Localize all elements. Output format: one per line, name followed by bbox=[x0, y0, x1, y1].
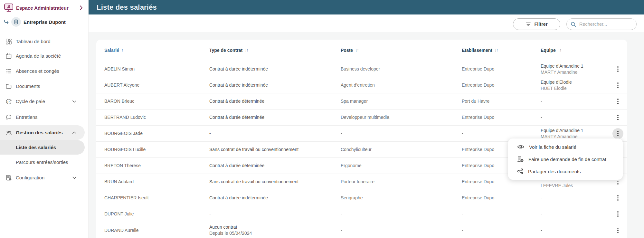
column-header-equipe[interactable]: Equipe↓↑ bbox=[541, 48, 612, 53]
table-row[interactable]: CHARPENTIER Iseult Contrat à durée indét… bbox=[96, 190, 627, 206]
cell-etablissement: Entreprise Dupo bbox=[462, 66, 541, 72]
page-header: Liste des salariés bbox=[89, 0, 644, 14]
cell-type-de-contrat: Sans contrat de travail ou conventionnem… bbox=[209, 147, 341, 153]
cell-type-de-contrat: Contrat à durée indéterminée bbox=[209, 66, 341, 72]
cell-poste: Porteur funeraire bbox=[341, 179, 462, 185]
row-actions-kebab-icon[interactable] bbox=[612, 225, 623, 236]
sidebar-item-agenda[interactable]: Agenda de la société bbox=[0, 49, 85, 63]
cell-salarie: CHARPENTIER Iseult bbox=[104, 195, 209, 201]
cell-etablissement: Entreprise Dupo bbox=[462, 82, 541, 88]
sort-icon: ↓↑ bbox=[245, 48, 248, 52]
table-row[interactable]: AUBERT Alcyone Contrat à durée indétermi… bbox=[96, 77, 627, 93]
chevron-up-icon[interactable] bbox=[72, 131, 76, 134]
sort-icon: ↓↑ bbox=[355, 48, 358, 52]
cell-equipe: - bbox=[541, 227, 612, 233]
column-header-poste[interactable]: Poste↓↑ bbox=[341, 48, 462, 53]
filter-icon bbox=[526, 22, 531, 26]
cell-salarie: AUBERT Alcyone bbox=[104, 82, 209, 88]
table-row[interactable]: ADELIN Simon Contrat à durée indéterminé… bbox=[96, 61, 627, 77]
row-context-menu: Voir la fiche du salarié Faire une deman… bbox=[508, 138, 623, 180]
cell-type-de-contrat: - bbox=[209, 130, 341, 137]
cell-poste: - bbox=[341, 211, 462, 217]
page-title: Liste des salariés bbox=[97, 3, 157, 12]
cell-salarie: ADELIN Simon bbox=[104, 66, 209, 72]
table-header-row: Salarié↑ Type de contrat↓↑ Poste↓↑ Etabl… bbox=[96, 40, 627, 61]
cell-etablissement: - bbox=[462, 227, 541, 233]
eye-icon bbox=[517, 144, 524, 149]
cell-salarie: BERTRAND Ludovic bbox=[104, 114, 209, 120]
cell-salarie: BRETON Therese bbox=[104, 163, 209, 169]
menu-item-voir-la-fiche[interactable]: Voir la fiche du salarié bbox=[508, 141, 623, 153]
sidebar: Espace Administrateur Entreprise Dupont bbox=[0, 0, 89, 238]
search-input[interactable] bbox=[579, 21, 632, 27]
row-actions-kebab-icon[interactable] bbox=[612, 80, 623, 91]
cell-salarie: BARON Brieuc bbox=[104, 98, 209, 104]
dashboard-icon bbox=[5, 38, 12, 45]
sidebar-item-documents[interactable]: Documents bbox=[0, 79, 85, 93]
cell-etablissement: Port du Havre bbox=[462, 98, 541, 104]
cell-etablissement: - bbox=[462, 211, 541, 217]
cell-poste: Serigraphe bbox=[341, 195, 462, 201]
row-actions-kebab-icon[interactable] bbox=[612, 96, 623, 107]
row-actions-kebab-icon[interactable] bbox=[612, 128, 623, 139]
filter-button-label: Filtrer bbox=[534, 22, 547, 27]
row-actions-kebab-icon[interactable] bbox=[612, 193, 623, 204]
row-actions-kebab-icon[interactable] bbox=[612, 64, 623, 75]
sidebar-item-entretiens[interactable]: Entretiens bbox=[0, 110, 85, 124]
toolbar bbox=[89, 14, 644, 32]
cell-poste: Business developer bbox=[341, 66, 462, 72]
menu-item-partager-documents[interactable]: Partager des documents bbox=[508, 165, 623, 177]
cell-salarie: BOURGEOIS Lucille bbox=[104, 147, 209, 153]
workspace-switcher[interactable]: Espace Administrateur bbox=[0, 1, 89, 14]
workspace-label: Espace Administrateur bbox=[16, 5, 69, 11]
cell-etablissement: Entreprise Dupo bbox=[462, 195, 541, 201]
settings-document-icon bbox=[5, 175, 12, 181]
chevron-down-icon[interactable] bbox=[72, 176, 76, 179]
sidebar-item-cycle-de-paie[interactable]: P Cycle de paie bbox=[0, 94, 85, 109]
cell-equipe: - bbox=[541, 211, 612, 217]
cell-poste: Ergonome bbox=[341, 163, 462, 169]
cell-etablissement: Entreprise Dupo bbox=[462, 114, 541, 120]
search-box bbox=[566, 18, 637, 30]
sidebar-item-liste-des-salaries[interactable]: Liste des salariés bbox=[0, 140, 85, 155]
sidebar-item-absences[interactable]: Absences et congés bbox=[0, 64, 85, 78]
row-actions-kebab-icon[interactable] bbox=[612, 209, 623, 220]
column-header-type-de-contrat[interactable]: Type de contrat↓↑ bbox=[209, 48, 341, 53]
cell-poste: Conchyliculteur bbox=[341, 147, 462, 153]
sidebar-item-tableau-de-bord[interactable]: Tableau de bord bbox=[0, 34, 85, 49]
cell-salarie: BOURGEOIS Jade bbox=[104, 130, 209, 137]
sidebar-item-parcours-entrees-sorties[interactable]: Parcours entrées/sorties bbox=[0, 155, 85, 169]
cell-salarie: DURAND Aurelle bbox=[104, 227, 209, 233]
table-row[interactable]: DUPONT Julie - - - - bbox=[96, 206, 627, 222]
cell-equipe: - bbox=[541, 195, 612, 201]
table-row[interactable]: BERTRAND Ludovic Contrat à durée détermi… bbox=[96, 109, 627, 126]
cell-equipe: Equipe d'ElodieHUET Elodie bbox=[541, 79, 612, 91]
row-actions-kebab-icon[interactable] bbox=[612, 112, 623, 123]
end-contract-icon bbox=[517, 156, 524, 162]
chevron-down-icon[interactable] bbox=[72, 100, 76, 103]
cell-poste: Agent d’entretien bbox=[341, 82, 462, 88]
cell-etablissement: - bbox=[462, 130, 541, 137]
cell-poste: Spa manager bbox=[341, 98, 462, 104]
cell-type-de-contrat: - bbox=[209, 211, 341, 217]
cell-salarie: BRUN Adalard bbox=[104, 179, 209, 185]
cell-equipe: - bbox=[541, 98, 612, 104]
cell-type-de-contrat: Contrat à durée déterminée bbox=[209, 98, 341, 104]
company-selector[interactable]: Entreprise Dupont bbox=[0, 16, 89, 28]
filter-button[interactable]: Filtrer bbox=[513, 18, 560, 30]
table-row[interactable]: BARON Brieuc Contrat à durée déterminée … bbox=[96, 93, 627, 109]
table-row[interactable]: DURAND Aurelle Aucun contratDepuis le 05… bbox=[96, 222, 627, 238]
menu-item-fin-de-contrat[interactable]: Faire une demande de fin de contrat bbox=[508, 153, 623, 165]
sidebar-item-gestion-des-salaries[interactable]: Gestion des salariés bbox=[0, 125, 85, 140]
list-icon bbox=[5, 68, 12, 74]
chat-bubble-icon bbox=[5, 114, 12, 120]
sidebar-item-configuration[interactable]: Configuration bbox=[0, 170, 85, 185]
column-header-salarie[interactable]: Salarié↑ bbox=[104, 48, 209, 53]
app-root: Espace Administrateur Entreprise Dupont bbox=[0, 0, 644, 238]
share-icon bbox=[517, 168, 523, 174]
cell-type-de-contrat: Contrat à durée déterminée bbox=[209, 163, 341, 169]
chevron-right-icon[interactable] bbox=[80, 5, 83, 10]
column-header-etablissement[interactable]: Etablissement↓↑ bbox=[462, 48, 541, 53]
cell-equipe: Equipe d'Amandine 1MARTY Amandine bbox=[541, 128, 612, 140]
cell-poste: Developpeur multimedia bbox=[341, 114, 462, 120]
